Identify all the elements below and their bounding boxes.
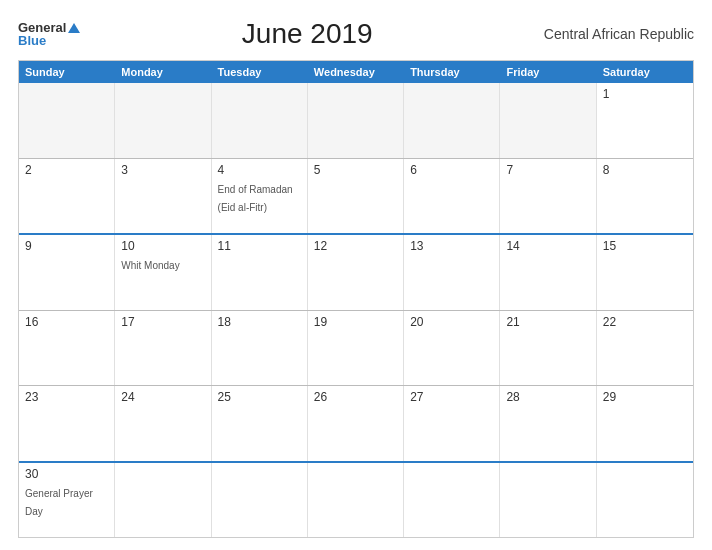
cell-day-6: 6 [404,159,500,234]
cell-day-26: 26 [308,386,404,461]
calendar: Sunday Monday Tuesday Wednesday Thursday… [18,60,694,538]
country-label: Central African Republic [534,26,694,42]
header-monday: Monday [115,61,211,83]
day-number: 6 [410,163,493,177]
cell-day-27: 27 [404,386,500,461]
week-1: 1 [19,83,693,158]
cell-empty [115,463,211,538]
day-number: 19 [314,315,397,329]
cell-day-16: 16 [19,311,115,386]
header: General Blue June 2019 Central African R… [18,18,694,50]
cell-day-17: 17 [115,311,211,386]
day-number: 5 [314,163,397,177]
day-number: 1 [603,87,687,101]
week-3: 9 10 Whit Monday 11 12 13 14 [19,233,693,310]
day-number: 21 [506,315,589,329]
cell-day-18: 18 [212,311,308,386]
day-number: 4 [218,163,301,177]
day-number: 7 [506,163,589,177]
logo: General Blue [18,21,80,47]
week-6: 30 General PrayerDay [19,461,693,538]
calendar-body: 1 2 3 4 End of Ramadan(Eid al-Fitr) 5 [19,83,693,537]
cell-day-14: 14 [500,235,596,310]
day-number: 27 [410,390,493,404]
cell-empty [404,463,500,538]
logo-blue-text: Blue [18,34,80,47]
cell-empty [500,83,596,158]
day-number: 2 [25,163,108,177]
cell-day-10: 10 Whit Monday [115,235,211,310]
cell-day-11: 11 [212,235,308,310]
day-number: 10 [121,239,204,253]
day-number: 11 [218,239,301,253]
cell-day-12: 12 [308,235,404,310]
week-4: 16 17 18 19 20 21 22 [19,310,693,386]
day-number: 3 [121,163,204,177]
cell-day-29: 29 [597,386,693,461]
day-number: 25 [218,390,301,404]
cell-empty [500,463,596,538]
cell-day-22: 22 [597,311,693,386]
event-prayer: General PrayerDay [25,488,93,517]
event-whit-monday: Whit Monday [121,260,179,271]
cell-day-20: 20 [404,311,500,386]
cell-day-5: 5 [308,159,404,234]
day-number: 20 [410,315,493,329]
day-number: 18 [218,315,301,329]
cell-empty [597,463,693,538]
cell-day-4: 4 End of Ramadan(Eid al-Fitr) [212,159,308,234]
day-number: 30 [25,467,108,481]
header-sunday: Sunday [19,61,115,83]
page: General Blue June 2019 Central African R… [0,0,712,550]
header-friday: Friday [500,61,596,83]
cell-empty [308,463,404,538]
cell-day-15: 15 [597,235,693,310]
day-number: 29 [603,390,687,404]
week-2: 2 3 4 End of Ramadan(Eid al-Fitr) 5 6 7 [19,158,693,234]
cell-day-25: 25 [212,386,308,461]
cell-empty [308,83,404,158]
header-wednesday: Wednesday [308,61,404,83]
calendar-title: June 2019 [80,18,534,50]
day-number: 26 [314,390,397,404]
cell-day-2: 2 [19,159,115,234]
event-eid: End of Ramadan(Eid al-Fitr) [218,184,293,213]
cell-day-13: 13 [404,235,500,310]
logo-triangle-icon [68,23,80,33]
cell-day-28: 28 [500,386,596,461]
week-5: 23 24 25 26 27 28 29 [19,385,693,461]
weekday-header-row: Sunday Monday Tuesday Wednesday Thursday… [19,61,693,83]
header-thursday: Thursday [404,61,500,83]
cell-day-3: 3 [115,159,211,234]
cell-empty [212,83,308,158]
cell-day-24: 24 [115,386,211,461]
cell-day-19: 19 [308,311,404,386]
day-number: 24 [121,390,204,404]
day-number: 15 [603,239,687,253]
cell-day-9: 9 [19,235,115,310]
day-number: 16 [25,315,108,329]
cell-day-21: 21 [500,311,596,386]
cell-day-7: 7 [500,159,596,234]
day-number: 22 [603,315,687,329]
day-number: 9 [25,239,108,253]
cell-empty [212,463,308,538]
day-number: 8 [603,163,687,177]
header-saturday: Saturday [597,61,693,83]
day-number: 17 [121,315,204,329]
cell-day-1: 1 [597,83,693,158]
cell-empty [404,83,500,158]
day-number: 23 [25,390,108,404]
day-number: 14 [506,239,589,253]
day-number: 13 [410,239,493,253]
cell-empty [19,83,115,158]
day-number: 12 [314,239,397,253]
header-tuesday: Tuesday [212,61,308,83]
cell-day-8: 8 [597,159,693,234]
cell-day-30: 30 General PrayerDay [19,463,115,538]
day-number: 28 [506,390,589,404]
cell-day-23: 23 [19,386,115,461]
cell-empty [115,83,211,158]
